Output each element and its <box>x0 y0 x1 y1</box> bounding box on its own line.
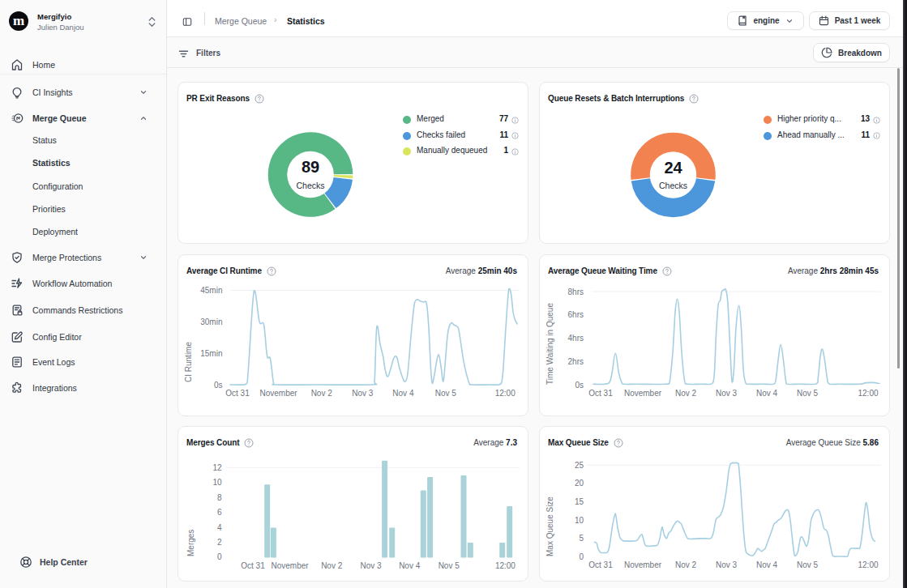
svg-text:November: November <box>624 389 662 398</box>
svg-text:Oct 31: Oct 31 <box>225 389 250 398</box>
svg-text:Oct 31: Oct 31 <box>588 389 613 398</box>
svg-text:15min: 15min <box>200 349 222 358</box>
svg-text:4hrs: 4hrs <box>568 334 584 343</box>
svg-text:November: November <box>260 389 298 398</box>
svg-text:Nov 5: Nov 5 <box>797 389 819 398</box>
svg-text:CI Runtime: CI Runtime <box>184 342 193 382</box>
svg-text:30min: 30min <box>200 317 222 326</box>
svg-text:12:00: 12:00 <box>858 389 878 398</box>
svg-text:November: November <box>272 561 310 570</box>
svg-text:2: 2 <box>217 538 222 547</box>
svg-text:Merges: Merges <box>186 530 195 556</box>
svg-text:Nov 4: Nov 4 <box>392 389 414 398</box>
svg-text:Nov 2: Nov 2 <box>675 560 697 569</box>
svg-text:5: 5 <box>579 534 584 543</box>
svg-text:Nov 4: Nov 4 <box>756 560 778 569</box>
svg-text:25: 25 <box>575 461 584 470</box>
svg-text:Oct 31: Oct 31 <box>588 560 613 569</box>
svg-text:0s: 0s <box>214 381 223 390</box>
svg-text:6hrs: 6hrs <box>568 310 584 319</box>
svg-text:Nov 2: Nov 2 <box>321 561 343 570</box>
svg-text:Nov 2: Nov 2 <box>311 389 333 398</box>
svg-text:20: 20 <box>575 479 584 488</box>
svg-text:Max Queue Size: Max Queue Size <box>545 496 554 556</box>
svg-text:Nov 4: Nov 4 <box>399 561 421 570</box>
svg-text:Time Waiting in Queue: Time Waiting in Queue <box>545 303 554 385</box>
svg-text:Nov 3: Nov 3 <box>716 560 738 569</box>
svg-text:0s: 0s <box>575 381 584 390</box>
svg-text:12:00: 12:00 <box>495 389 516 398</box>
svg-text:8hrs: 8hrs <box>568 288 584 296</box>
svg-text:12:00: 12:00 <box>495 561 516 570</box>
svg-text:Nov 3: Nov 3 <box>352 389 374 398</box>
svg-text:10: 10 <box>212 478 222 487</box>
svg-text:0: 0 <box>217 552 222 561</box>
svg-text:12: 12 <box>212 463 222 472</box>
svg-text:Nov 5: Nov 5 <box>435 389 457 398</box>
svg-text:4: 4 <box>217 523 222 532</box>
svg-text:12:00: 12:00 <box>858 560 878 569</box>
svg-text:Nov 2: Nov 2 <box>675 389 697 398</box>
svg-text:45min: 45min <box>200 286 222 295</box>
svg-text:Oct 31: Oct 31 <box>241 561 265 570</box>
svg-text:10: 10 <box>575 516 584 525</box>
svg-text:Nov 4: Nov 4 <box>756 389 778 398</box>
svg-text:8: 8 <box>217 493 222 502</box>
svg-text:15: 15 <box>575 497 584 506</box>
svg-text:Nov 5: Nov 5 <box>797 560 819 569</box>
svg-text:Nov 3: Nov 3 <box>360 561 382 570</box>
svg-text:2hrs: 2hrs <box>568 357 584 366</box>
svg-text:0: 0 <box>579 552 584 561</box>
svg-text:Nov 3: Nov 3 <box>716 389 738 398</box>
svg-text:November: November <box>624 560 662 569</box>
svg-text:6: 6 <box>217 508 222 517</box>
svg-text:Nov 5: Nov 5 <box>439 561 460 570</box>
